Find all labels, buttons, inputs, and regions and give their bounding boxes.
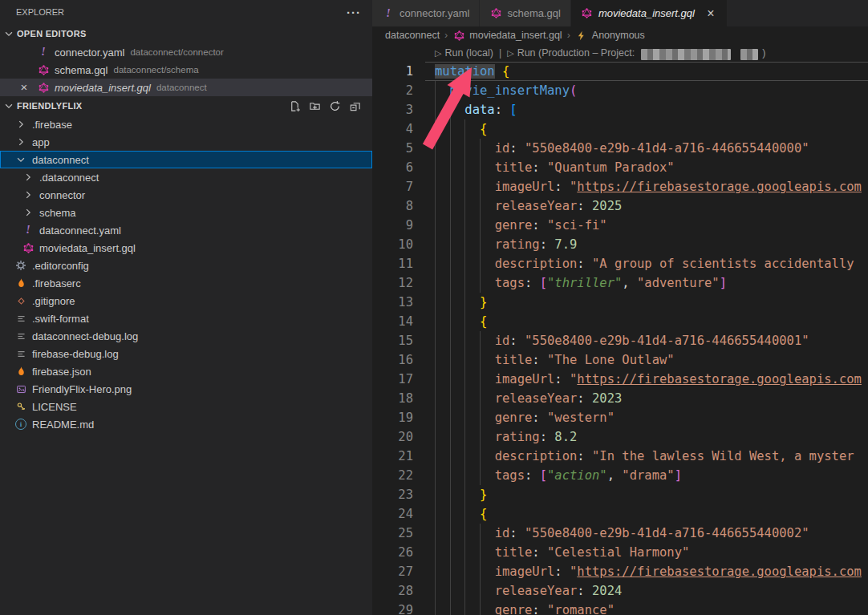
indent-guide — [435, 312, 436, 331]
code-line-content: } — [435, 293, 487, 312]
indent-guide — [435, 81, 436, 100]
tab-moviedata_insert.gql[interactable]: moviedata_insert.gql× — [571, 0, 727, 26]
indent-guide — [450, 370, 451, 389]
line-number: 17 — [372, 370, 435, 389]
line-number: 24 — [372, 504, 435, 524]
code-line-6[interactable]: 6 title: "Quantum Paradox" — [372, 158, 868, 177]
tree-item-.editorconfig[interactable]: .editorconfig — [0, 257, 372, 274]
line-number: 7 — [372, 177, 435, 196]
code-line-11[interactable]: 11 description: "A group of scientists a… — [372, 254, 868, 273]
indent-guide — [435, 235, 436, 254]
tree-item-app[interactable]: app — [0, 133, 372, 151]
indent-guide — [435, 158, 436, 177]
code-line-content: id: "550e8400-e29b-41d4-a716-44665544000… — [435, 524, 809, 543]
line-number: 15 — [372, 331, 435, 350]
new-folder-icon[interactable] — [308, 99, 321, 112]
tree-item-.gitignore[interactable]: .gitignore — [0, 292, 372, 310]
tree-item-.firebaserc[interactable]: .firebaserc — [0, 274, 372, 292]
code-line-17[interactable]: 17 imageUrl: "https://firebasestorage.go… — [372, 370, 868, 389]
indent-guide — [435, 350, 436, 370]
code-line-7[interactable]: 7 imageUrl: "https://firebasestorage.goo… — [372, 177, 868, 196]
refresh-icon[interactable] — [328, 99, 341, 112]
project-section-header[interactable]: FRIENDLYFLIX — [0, 96, 372, 115]
code-line-15[interactable]: 15 id: "550e8400-e29b-41d4-a716-44665544… — [372, 331, 868, 350]
code-line-29[interactable]: 29 genre: "romance" — [372, 601, 868, 615]
tree-item-.swift-format[interactable]: .swift-format — [0, 310, 372, 327]
breadcrumb-item-symbol[interactable]: Anonymous — [575, 29, 645, 42]
more-actions-icon[interactable]: ··· — [347, 6, 361, 19]
tree-item-FriendlyFlix-Hero.png[interactable]: FriendlyFlix-Hero.png — [0, 380, 372, 398]
code-line-25[interactable]: 25 id: "550e8400-e29b-41d4-a716-44665544… — [372, 524, 868, 543]
yaml-icon: ! — [22, 224, 34, 237]
tree-item-firebase.json[interactable]: firebase.json — [0, 362, 372, 380]
code-line-3[interactable]: 3 data: [ — [372, 100, 868, 119]
new-file-icon[interactable] — [288, 99, 301, 112]
code-line-10[interactable]: 10 rating: 7.9 — [372, 235, 868, 254]
breadcrumb-item-file[interactable]: moviedata_insert.gql — [452, 29, 562, 42]
code-line-24[interactable]: 24 { — [372, 504, 868, 524]
breadcrumb-item-folder[interactable]: dataconnect — [385, 30, 440, 41]
code-line-21[interactable]: 21 description: "In the lawless Wild Wes… — [372, 447, 868, 466]
close-icon[interactable]: × — [704, 6, 717, 21]
indent-guide — [464, 524, 465, 543]
indent-guide — [480, 389, 481, 408]
codelens-separator: | — [499, 47, 501, 59]
code-line-2[interactable]: 2 movie_insertMany( — [372, 81, 868, 100]
code-line-4[interactable]: 4 { — [372, 119, 868, 139]
code-line-18[interactable]: 18 releaseYear: 2023 — [372, 389, 868, 408]
code-line-20[interactable]: 20 rating: 8.2 — [372, 427, 868, 447]
code-line-27[interactable]: 27 imageUrl: "https://firebasestorage.go… — [372, 562, 868, 581]
tree-item-.firebase[interactable]: .firebase — [0, 115, 372, 133]
tree-item-moviedata_insert.gql[interactable]: moviedata_insert.gql — [0, 239, 372, 257]
run-local-link[interactable]: ▷ Run (local) — [435, 47, 493, 59]
indent-guide — [435, 562, 436, 581]
code-line-content: tags: ["action", "drama"] — [435, 466, 682, 485]
code-line-26[interactable]: 26 title: "Celestial Harmony" — [372, 543, 868, 562]
tree-item-dataconnect.yaml[interactable]: !dataconnect.yaml — [0, 221, 372, 239]
open-editor-item-connector.yaml[interactable]: !connector.yamldataconnect/connector — [0, 43, 372, 61]
indent-guide — [450, 139, 451, 158]
code-line-19[interactable]: 19 genre: "western" — [372, 408, 868, 427]
line-number: 6 — [372, 158, 435, 177]
tab-schema.gql[interactable]: schema.gql — [480, 0, 570, 26]
code-line-16[interactable]: 16 title: "The Lone Outlaw" — [372, 350, 868, 370]
collapse-all-icon[interactable] — [348, 99, 361, 112]
code-line-content: title: "Quantum Paradox" — [435, 158, 675, 177]
yaml-icon: ! — [37, 46, 50, 59]
code-line-12[interactable]: 12 tags: ["thriller", "adventure"] — [372, 273, 868, 293]
code-line-content: title: "The Lone Outlaw" — [435, 350, 675, 370]
tree-item-connector[interactable]: connector — [0, 186, 372, 204]
tree-item-dataconnect-debug.log[interactable]: dataconnect-debug.log — [0, 327, 372, 345]
editor-area: !connector.yaml schema.gql moviedata_ins… — [372, 0, 868, 615]
firebase-icon — [14, 365, 27, 378]
code-line-9[interactable]: 9 genre: "sci-fi" — [372, 216, 868, 235]
open-editors-header[interactable]: OPEN EDITORS — [0, 24, 372, 43]
code-line-22[interactable]: 22 tags: ["action", "drama"] — [372, 466, 868, 485]
code-line-14[interactable]: 14 { — [372, 312, 868, 331]
code-line-1[interactable]: 1mutation { — [372, 62, 868, 81]
tab-connector.yaml[interactable]: !connector.yaml — [372, 0, 479, 26]
code-line-23[interactable]: 23 } — [372, 485, 868, 504]
code-line-5[interactable]: 5 id: "550e8400-e29b-41d4-a716-446655440… — [372, 139, 868, 158]
open-editor-item-schema.gql[interactable]: schema.gqldataconnect/schema — [0, 61, 372, 79]
code-line-13[interactable]: 13 } — [372, 293, 868, 312]
graphql-icon — [37, 63, 50, 76]
line-number: 26 — [372, 543, 435, 562]
tree-item-README.md[interactable]: iREADME.md — [0, 415, 372, 433]
tree-item-dataconnect[interactable]: dataconnect — [0, 151, 372, 168]
code-line-8[interactable]: 8 releaseYear: 2025 — [372, 196, 868, 216]
explorer-title: EXPLORER — [16, 7, 64, 17]
run-production-link[interactable]: ▷ Run (Production – Project: ) — [507, 47, 765, 59]
tree-item-schema[interactable]: schema — [0, 204, 372, 221]
tree-item-.dataconnect[interactable]: .dataconnect — [0, 168, 372, 186]
code-line-content: movie_insertMany( — [435, 81, 577, 100]
tree-item-LICENSE[interactable]: LICENSE — [0, 398, 372, 415]
open-editor-item-moviedata_insert.gql[interactable]: × moviedata_insert.gqldataconnect — [0, 79, 372, 96]
code-line-28[interactable]: 28 releaseYear: 2024 — [372, 581, 868, 601]
close-icon[interactable]: × — [18, 81, 30, 94]
git-icon — [14, 294, 27, 307]
indent-guide — [464, 273, 465, 293]
code-editor[interactable]: 1mutation {2 movie_insertMany(3 data: [4… — [372, 62, 868, 615]
tree-item-firebase-debug.log[interactable]: firebase-debug.log — [0, 345, 372, 362]
indent-guide — [435, 601, 436, 615]
